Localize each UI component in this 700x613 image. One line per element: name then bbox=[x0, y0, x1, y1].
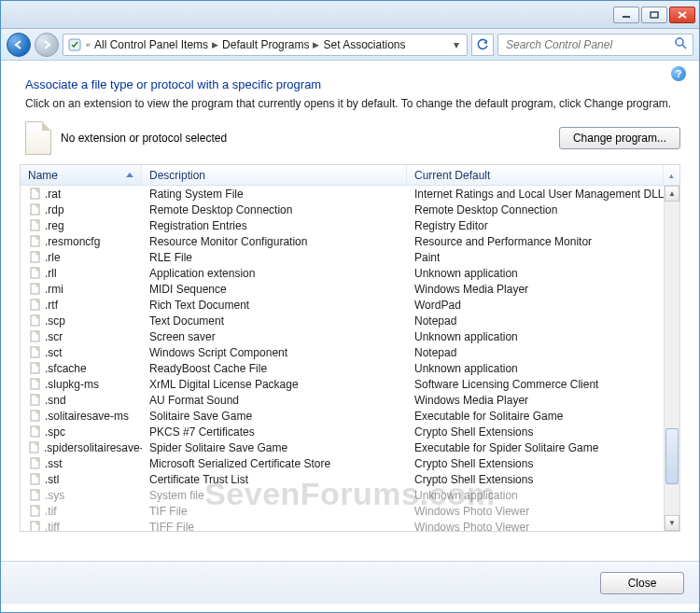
file-type-icon bbox=[28, 203, 41, 216]
table-row[interactable]: .slupkg-msXrML Digital License PackageSo… bbox=[21, 376, 679, 392]
file-type-icon bbox=[28, 314, 41, 327]
sort-ascending-icon bbox=[126, 173, 133, 177]
cell-name: .slupkg-ms bbox=[21, 378, 142, 391]
chevron-right-icon: ▶ bbox=[212, 40, 218, 49]
cell-description: Solitaire Save Game bbox=[142, 410, 407, 423]
table-row[interactable]: .spcPKCS #7 CertificatesCrypto Shell Ext… bbox=[21, 424, 679, 439]
extension-label: .tiff bbox=[45, 521, 60, 532]
column-header-label: Description bbox=[149, 169, 205, 182]
cell-name: .rmi bbox=[21, 283, 142, 296]
breadcrumb-item[interactable]: All Control Panel Items bbox=[94, 38, 208, 51]
column-header-description[interactable]: Description bbox=[142, 165, 407, 185]
page-title: Associate a file type or protocol with a… bbox=[25, 77, 680, 91]
extension-label: .reg bbox=[45, 219, 64, 232]
cell-name: .rtf bbox=[21, 299, 142, 312]
table-row[interactable]: .regRegistration EntriesRegistry Editor bbox=[21, 217, 679, 233]
column-header-label: Current Default bbox=[414, 169, 490, 182]
refresh-button[interactable] bbox=[471, 34, 494, 56]
breadcrumb-item[interactable]: Default Programs bbox=[222, 38, 309, 51]
table-row[interactable]: .sctWindows Script ComponentNotepad bbox=[21, 344, 679, 360]
search-input[interactable] bbox=[504, 37, 674, 52]
minimize-button[interactable] bbox=[613, 7, 639, 23]
file-type-icon bbox=[28, 473, 41, 486]
table-row[interactable]: .rtfRich Text DocumentWordPad bbox=[21, 297, 679, 313]
help-icon[interactable]: ? bbox=[671, 66, 686, 81]
scroll-down-button[interactable]: ▼ bbox=[665, 515, 679, 531]
breadcrumb-prefix-icon: « bbox=[86, 40, 91, 49]
forward-button[interactable] bbox=[35, 33, 59, 57]
scrollbar[interactable]: ▲ ▼ bbox=[664, 186, 679, 531]
selection-text: No extension or protocol selected bbox=[61, 132, 227, 145]
cell-name: .rdp bbox=[21, 203, 142, 216]
content-area: ? Associate a file type or protocol with… bbox=[1, 61, 699, 561]
table-row[interactable]: .scpText DocumentNotepad bbox=[21, 313, 679, 328]
cell-name: .tiff bbox=[21, 521, 142, 532]
table-row[interactable]: .solitairesave-msSolitaire Save GameExec… bbox=[21, 408, 679, 424]
file-type-icon bbox=[28, 457, 41, 470]
table-row[interactable]: .spidersolitairesave-msSpider Solitaire … bbox=[21, 439, 679, 455]
address-dropdown[interactable]: ▾ bbox=[450, 38, 463, 51]
cell-name: .rle bbox=[21, 251, 142, 264]
cell-name: .spidersolitairesave-ms bbox=[21, 441, 142, 454]
cell-default: Windows Media Player bbox=[407, 283, 679, 296]
cell-description: Microsoft Serialized Certificate Store bbox=[142, 457, 407, 470]
extension-label: .slupkg-ms bbox=[45, 378, 99, 391]
table-row[interactable]: .rdpRemote Desktop ConnectionRemote Desk… bbox=[21, 202, 679, 217]
extension-label: .snd bbox=[45, 394, 66, 407]
extension-label: .scr bbox=[45, 330, 63, 343]
cell-description: PKCS #7 Certificates bbox=[142, 425, 407, 439]
cell-description: Remote Desktop Connection bbox=[142, 203, 407, 216]
cell-default: Executable for Solitaire Game bbox=[407, 410, 679, 423]
table-row[interactable]: .tifTIF FileWindows Photo Viewer bbox=[21, 503, 679, 519]
table-row[interactable]: .rleRLE FilePaint bbox=[21, 249, 679, 265]
scroll-up-button[interactable]: ▲ bbox=[665, 186, 679, 202]
table-row[interactable]: .resmoncfgResource Monitor Configuration… bbox=[21, 233, 679, 249]
cell-default: Notepad bbox=[407, 346, 679, 359]
cell-description: RLE File bbox=[142, 251, 407, 264]
close-window-button[interactable] bbox=[669, 7, 695, 23]
table-row[interactable]: .ratRating System FileInternet Ratings a… bbox=[21, 186, 679, 202]
table-row[interactable]: .sndAU Format SoundWindows Media Player bbox=[21, 392, 679, 408]
column-header-name[interactable]: Name bbox=[21, 165, 142, 185]
address-bar[interactable]: « All Control Panel Items ▶ Default Prog… bbox=[63, 34, 468, 56]
cell-description: Rating System File bbox=[142, 188, 407, 201]
back-button[interactable] bbox=[7, 33, 31, 57]
table-row[interactable]: .rmiMIDI SequenceWindows Media Player bbox=[21, 281, 679, 297]
scroll-thumb[interactable] bbox=[665, 428, 679, 484]
table-row[interactable]: .stlCertificate Trust ListCrypto Shell E… bbox=[21, 471, 679, 487]
table-row[interactable]: .sysSystem fileUnknown application bbox=[21, 487, 679, 503]
document-icon bbox=[25, 121, 51, 155]
maximize-button[interactable] bbox=[641, 7, 667, 23]
close-button[interactable]: Close bbox=[600, 572, 684, 594]
extension-label: .resmoncfg bbox=[45, 235, 100, 248]
cell-default: Internet Ratings and Local User Manageme… bbox=[407, 188, 679, 201]
file-type-icon bbox=[28, 489, 41, 502]
cell-name: .rat bbox=[21, 188, 142, 201]
column-header-default[interactable]: Current Default bbox=[407, 165, 663, 185]
cell-name: .resmoncfg bbox=[21, 235, 142, 248]
extension-label: .rat bbox=[45, 188, 61, 201]
control-panel-icon bbox=[67, 37, 82, 52]
extension-label: .sct bbox=[45, 346, 63, 359]
table-row[interactable]: .scrScreen saverUnknown application bbox=[21, 328, 679, 344]
table-row[interactable]: .tiffTIFF FileWindows Photo Viewer bbox=[21, 519, 679, 531]
cell-name: .reg bbox=[21, 219, 142, 232]
file-type-icon bbox=[28, 441, 40, 454]
change-program-button[interactable]: Change program... bbox=[559, 127, 680, 149]
extension-label: .spidersolitairesave-ms bbox=[44, 441, 142, 454]
table-row[interactable]: .rllApplication extensionUnknown applica… bbox=[21, 265, 679, 281]
cell-name: .sst bbox=[21, 457, 142, 470]
table-row[interactable]: .sstMicrosoft Serialized Certificate Sto… bbox=[21, 455, 679, 471]
cell-default: Remote Desktop Connection bbox=[407, 203, 679, 216]
cell-name: .sct bbox=[21, 346, 142, 359]
footer: Close bbox=[1, 561, 699, 604]
table-row[interactable]: .sfcacheReadyBoost Cache FileUnknown app… bbox=[21, 360, 679, 376]
cell-name: .scp bbox=[21, 314, 142, 327]
cell-description: Application extension bbox=[142, 267, 407, 280]
extension-label: .stl bbox=[45, 473, 59, 486]
cell-default: Windows Media Player bbox=[407, 394, 679, 407]
cell-description: Certificate Trust List bbox=[142, 473, 407, 486]
cell-name: .scr bbox=[21, 330, 142, 343]
breadcrumb-item[interactable]: Set Associations bbox=[323, 38, 405, 51]
search-box[interactable] bbox=[497, 34, 693, 56]
